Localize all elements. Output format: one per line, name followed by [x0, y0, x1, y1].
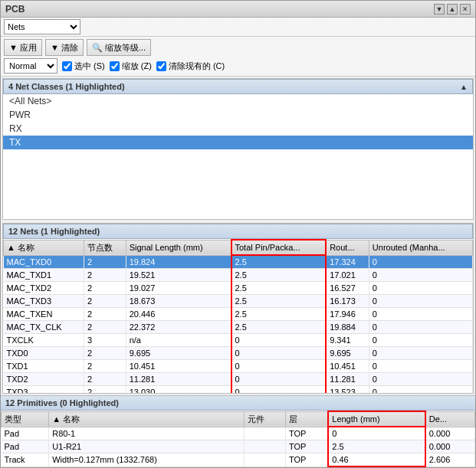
nets-title: 12 Nets (1 Highlighted) [8, 227, 100, 236]
primitives-title: 12 Primitives (0 Highlighted) [5, 398, 119, 407]
nets-table-header-row: ▲ 名称 节点数 Signal Length (mm) Total Pin/Pa… [4, 240, 473, 255]
title-buttons: ▼ ▲ ✕ [434, 4, 471, 15]
nets-table-row[interactable]: MAC_TXEN220.4462.517.9460 [4, 308, 473, 321]
prim-col-layer[interactable]: 层 [285, 411, 328, 427]
nets-table-row[interactable]: MAC_TXD1219.5212.517.0210 [4, 269, 473, 282]
net-classes-title: 4 Net Classes (1 Highlighted) [8, 82, 125, 91]
toolbar: ▼ 应用 ▼ 清除 🔍 缩放等级... Normal 选中 (S) 缩放 [1, 37, 475, 77]
main-window: PCB ▼ ▲ ✕ Nets ▼ 应用 ▼ 清除 🔍 缩放等级... [0, 0, 476, 468]
nets-table-row[interactable]: TXD2211.281011.2810 [4, 373, 473, 386]
col-unrouted[interactable]: Unrouted (Manha... [369, 240, 472, 255]
shrink-checkbox-label[interactable]: 缩放 (Z) [110, 61, 152, 72]
nets-table: ▲ 名称 节点数 Signal Length (mm) Total Pin/Pa… [3, 239, 473, 393]
nets-table-row[interactable]: MAC_TXD3218.6732.516.1730 [4, 295, 473, 308]
net-classes-header: 4 Net Classes (1 Highlighted) ▲ [3, 79, 473, 94]
zoom-icon: 🔍 [92, 43, 103, 53]
net-class-item-pwr[interactable]: PWR [3, 108, 473, 122]
select-checkbox-label[interactable]: 选中 (S) [62, 61, 105, 72]
primitives-table-row[interactable]: TrackWidth=0.127mm (1332.768)TOP0.462.60… [2, 453, 475, 467]
title-bar: PCB ▼ ▲ ✕ [1, 1, 475, 18]
nets-table-row[interactable]: MAC_TXD2219.0272.516.5270 [4, 282, 473, 295]
col-signal-len[interactable]: Signal Length (mm) [126, 240, 231, 255]
prim-col-de[interactable]: De... [425, 411, 475, 427]
prim-col-type[interactable]: 类型 [2, 411, 49, 427]
primitives-table-row[interactable]: PadR80-1TOP00.000 [2, 427, 475, 440]
clear-existing-checkbox-label[interactable]: 清除现有的 (C) [156, 61, 225, 72]
nets-panel-header: 12 Nets (1 Highlighted) [3, 224, 473, 239]
prim-col-name[interactable]: ▲ 名称 [49, 411, 245, 427]
primitives-table: 类型 ▲ 名称 元件 层 Length (mm) De... PadR80-1T… [1, 411, 475, 467]
net-class-list[interactable]: <All Nets> PWR RX TX [3, 94, 473, 219]
nets-table-row[interactable]: TXD1210.451010.4510 [4, 360, 473, 373]
col-total-pin[interactable]: Total Pin/Packa... [231, 240, 327, 255]
nets-dropdown[interactable]: Nets [4, 19, 80, 34]
nets-table-row[interactable]: TXCLK3n/a09.3410 [4, 334, 473, 347]
zoom-button[interactable]: 🔍 缩放等级... [87, 39, 151, 56]
col-name[interactable]: ▲ 名称 [4, 240, 84, 255]
nets-table-row[interactable]: MAC_TXD0219.8242.517.3240 [4, 255, 473, 269]
primitives-table-container[interactable]: 类型 ▲ 名称 元件 层 Length (mm) De... PadR80-1T… [1, 411, 475, 467]
pin-button[interactable]: ▼ [434, 4, 445, 15]
close-button[interactable]: ✕ [460, 4, 471, 15]
prim-col-component[interactable]: 元件 [244, 411, 285, 427]
net-class-item-tx[interactable]: TX [3, 136, 473, 149]
net-class-item-rx[interactable]: RX [3, 122, 473, 136]
clear-icon: ▼ [51, 43, 59, 52]
nets-selector-row: Nets [1, 18, 475, 37]
toolbar-row-1: ▼ 应用 ▼ 清除 🔍 缩放等级... [4, 39, 472, 56]
col-nodes[interactable]: 节点数 [84, 240, 126, 255]
float-button[interactable]: ▲ [447, 4, 458, 15]
primitives-header: 12 Primitives (0 Highlighted) [1, 396, 475, 411]
primitives-panel: 12 Primitives (0 Highlighted) 类型 ▲ 名称 元件… [1, 395, 475, 467]
primitives-table-row[interactable]: PadU1-R21TOP2.50.000 [2, 440, 475, 453]
clear-button[interactable]: ▼ 清除 [45, 39, 84, 56]
nets-table-row[interactable]: MAC_TX_CLK222.3722.519.8840 [4, 321, 473, 334]
scroll-up-icon[interactable]: ▲ [460, 83, 468, 91]
nets-table-container[interactable]: ▲ 名称 节点数 Signal Length (mm) Total Pin/Pa… [3, 239, 473, 393]
col-route[interactable]: Rout... [326, 240, 369, 255]
prim-col-length[interactable]: Length (mm) [328, 411, 425, 427]
clear-existing-checkbox[interactable] [156, 61, 166, 71]
filter-icon: ▼ [9, 43, 18, 52]
net-classes-panel: 4 Net Classes (1 Highlighted) ▲ <All Net… [2, 78, 474, 220]
nets-panel: 12 Nets (1 Highlighted) ▲ 名称 节点数 Signal … [2, 223, 474, 394]
net-class-item-all[interactable]: <All Nets> [3, 94, 473, 108]
toolbar-row-2: Normal 选中 (S) 缩放 (Z) 清除现有的 (C) [4, 58, 472, 74]
mode-select[interactable]: Normal [4, 58, 57, 74]
apply-button[interactable]: ▼ 应用 [4, 39, 42, 56]
nets-table-row[interactable]: TXD3213.030013.5230 [4, 386, 473, 394]
window-title: PCB [5, 4, 25, 15]
primitives-header-row: 类型 ▲ 名称 元件 层 Length (mm) De... [2, 411, 475, 427]
nets-table-row[interactable]: TXD029.69509.6950 [4, 347, 473, 360]
shrink-checkbox[interactable] [110, 61, 120, 71]
select-checkbox[interactable] [62, 61, 72, 71]
